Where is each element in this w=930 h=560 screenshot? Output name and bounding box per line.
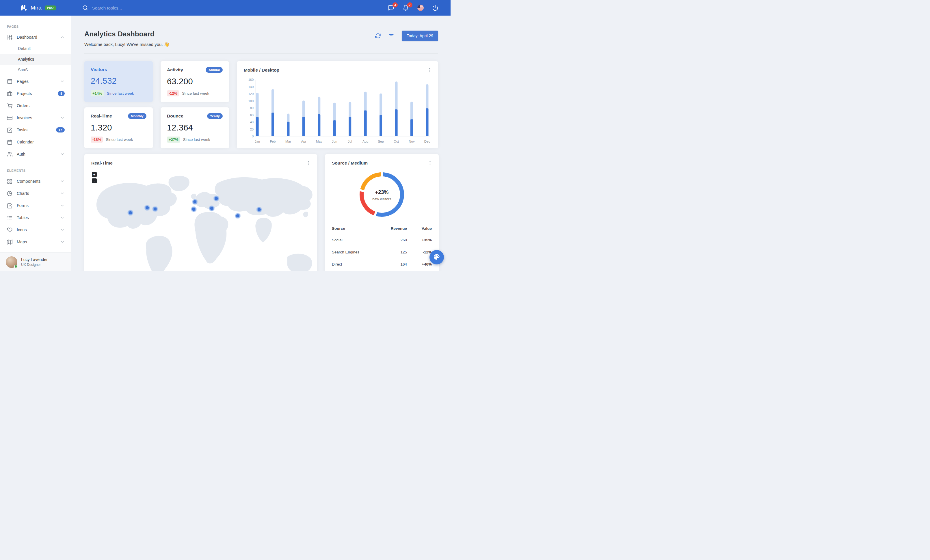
- check-square-icon: [7, 127, 12, 133]
- avatar: [6, 256, 17, 268]
- chevron-down-icon: [60, 79, 65, 84]
- sidebar-item-invoices[interactable]: Invoices: [0, 112, 71, 124]
- messages-button[interactable]: 3: [388, 4, 395, 11]
- sidebar-item-auth[interactable]: Auth: [0, 148, 71, 160]
- list-icon: [7, 215, 12, 221]
- stat-title: Real-Time: [91, 114, 112, 119]
- revenue-col-header: Revenue: [379, 223, 407, 234]
- sidebar-item-forms[interactable]: Forms: [0, 199, 71, 212]
- layout-icon: [7, 79, 12, 84]
- stat-period-badge: Annual: [206, 67, 223, 73]
- pie-chart-icon: [7, 191, 12, 196]
- svg-text:140: 140: [248, 85, 254, 89]
- revenue-cell: 260: [379, 234, 407, 246]
- sidebar-item-icons[interactable]: Icons: [0, 224, 71, 236]
- sidebar-item-label: Orders: [17, 103, 29, 108]
- svg-text:Jul: Jul: [348, 140, 352, 143]
- sidebar-item-label: Dashboard: [17, 35, 37, 40]
- svg-text:160: 160: [248, 78, 254, 81]
- filter-button[interactable]: [388, 32, 395, 39]
- chevron-down-icon: [60, 239, 65, 244]
- stat-caption: Since last week: [183, 137, 210, 142]
- svg-text:Jan: Jan: [255, 140, 260, 143]
- sidebar-item-orders[interactable]: Orders: [0, 100, 71, 112]
- stat-value: 12.364: [167, 123, 223, 132]
- map-marker[interactable]: [235, 213, 241, 219]
- sidebar-item-calendar[interactable]: Calendar: [0, 136, 71, 148]
- sign-out-button[interactable]: [432, 4, 439, 11]
- sidebar-subitem-saas[interactable]: SaaS: [0, 64, 71, 75]
- map-marker[interactable]: [213, 195, 220, 201]
- sidebar-item-charts[interactable]: Charts: [0, 187, 71, 199]
- svg-text:20: 20: [250, 127, 254, 131]
- world-map[interactable]: + -: [84, 168, 317, 272]
- map-marker[interactable]: [208, 206, 215, 212]
- svg-text:May: May: [316, 140, 322, 143]
- donut-center-caption: new visitors: [372, 197, 391, 201]
- chevron-down-icon: [60, 227, 65, 232]
- online-status-dot: [14, 265, 18, 268]
- sidebar-item-label: Projects: [17, 91, 32, 96]
- refresh-button[interactable]: [375, 32, 382, 39]
- sidebar-subitem-analytics[interactable]: Analytics: [0, 54, 71, 64]
- map-marker[interactable]: [191, 206, 197, 212]
- svg-text:Sep: Sep: [378, 140, 383, 143]
- lower-grid: Real-Time + -: [84, 154, 438, 272]
- map-marker[interactable]: [144, 205, 150, 211]
- source-col-header: Source: [332, 223, 379, 234]
- theme-settings-button[interactable]: [430, 250, 444, 264]
- map-menu-button[interactable]: [306, 160, 312, 166]
- search-input[interactable]: [92, 6, 167, 11]
- map-title: Real-Time: [91, 161, 112, 166]
- stat-period-badge: Monthly: [128, 113, 146, 119]
- source-medium-title: Source / Medium: [332, 161, 368, 166]
- sidebar-item-projects[interactable]: Projects8: [0, 87, 71, 100]
- svg-text:0: 0: [252, 135, 254, 138]
- page-subtitle: Welcome back, Lucy! We've missed you. 👋: [84, 42, 169, 47]
- svg-text:Aug: Aug: [362, 140, 368, 143]
- sidebar-item-tasks[interactable]: Tasks17: [0, 124, 71, 136]
- map-zoom-out-button[interactable]: -: [92, 178, 97, 183]
- sidebar-item-maps[interactable]: Maps: [0, 236, 71, 248]
- sidebar-badge: 8: [58, 91, 65, 96]
- stat-caption: Since last week: [182, 91, 209, 95]
- source-menu-button[interactable]: [427, 160, 434, 166]
- chevron-down-icon: [60, 215, 65, 220]
- sidebar-item-components[interactable]: Components: [0, 175, 71, 187]
- chart-menu-button[interactable]: [427, 67, 433, 73]
- sidebar-item-label: Charts: [17, 191, 29, 196]
- map-marker[interactable]: [192, 199, 198, 205]
- sidebar-subitem-default[interactable]: Default: [0, 43, 71, 54]
- check-square-icon: [7, 203, 12, 209]
- sidebar-user[interactable]: Lucy Lavender UX Designer: [0, 252, 71, 272]
- map-zoom-in-button[interactable]: +: [92, 172, 97, 177]
- map-marker[interactable]: [152, 206, 158, 212]
- power-icon: [432, 5, 439, 11]
- cart-icon: [7, 103, 12, 109]
- stat-period-badge: Yearly: [207, 113, 223, 119]
- today-button[interactable]: Today: April 29: [402, 31, 438, 41]
- source-cell: Social: [332, 234, 379, 246]
- notifications-button[interactable]: 7: [403, 4, 410, 11]
- kebab-icon: [427, 160, 434, 166]
- grid-icon: [7, 179, 12, 184]
- value-cell: -12%: [407, 246, 432, 258]
- sidebar-item-dashboard[interactable]: Dashboard: [0, 31, 71, 43]
- brand[interactable]: Mira PRO: [20, 4, 56, 12]
- stat-caption: Since last week: [107, 91, 134, 95]
- sidebar-item-tables[interactable]: Tables: [0, 212, 71, 224]
- map-marker[interactable]: [256, 207, 262, 213]
- map-marker[interactable]: [127, 210, 134, 216]
- stat-title: Bounce: [167, 114, 183, 119]
- stat-card-real-time: Real-TimeMonthly1.320-18%Since last week: [84, 107, 153, 148]
- table-row: Direct164+46%: [332, 258, 432, 270]
- credit-card-icon: [7, 115, 12, 121]
- filter-icon: [388, 33, 395, 39]
- main-content: Analytics Dashboard Welcome back, Lucy! …: [71, 15, 451, 272]
- language-button[interactable]: [417, 4, 424, 11]
- kebab-icon: [427, 67, 433, 73]
- revenue-cell: 125: [379, 246, 407, 258]
- svg-text:Oct: Oct: [394, 140, 399, 143]
- sidebar-item-pages[interactable]: Pages: [0, 75, 71, 87]
- navbar-actions: 3 7: [388, 4, 439, 11]
